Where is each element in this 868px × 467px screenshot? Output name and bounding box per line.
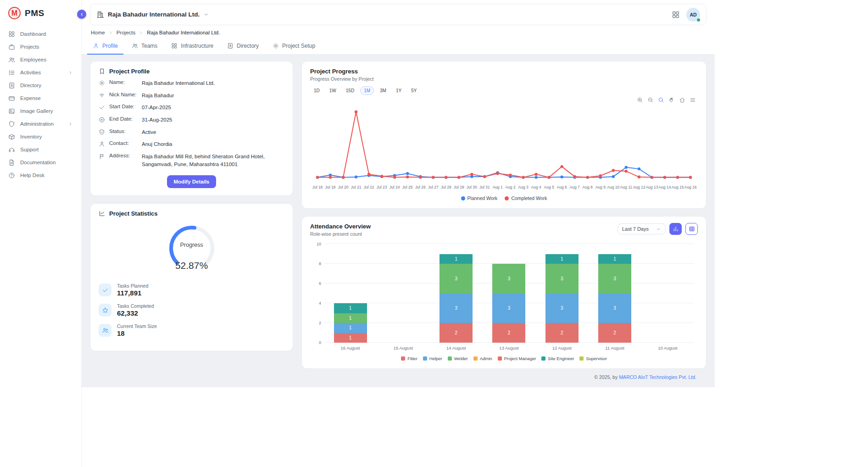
apps-grid-button[interactable]: [672, 11, 680, 19]
legend-item-site-engineer[interactable]: Site Engineer: [541, 356, 574, 361]
svg-text:Jul 19: Jul 19: [325, 185, 336, 189]
bar-segment-welder[interactable]: 3: [545, 264, 579, 294]
svg-text:Jul 18: Jul 18: [312, 185, 323, 189]
sidebar-item-projects[interactable]: Projects: [0, 40, 81, 53]
field-label: Start Date:: [109, 104, 138, 109]
tab-label: Teams: [141, 43, 157, 49]
modify-details-button[interactable]: Modify Details: [167, 175, 217, 188]
sidebar-item-dashboard[interactable]: Dashboard: [0, 28, 81, 40]
sidebar-item-documentation[interactable]: Documentation: [0, 156, 81, 169]
avatar[interactable]: AD: [686, 8, 700, 22]
footer-link[interactable]: MARCO AIoT Technologies Pvt. Ltd.: [619, 374, 696, 380]
chart-selection-zoom-button[interactable]: [658, 97, 664, 103]
tab-infrastructure[interactable]: Infrastructure: [166, 39, 219, 55]
bar-segment-welder[interactable]: 3: [598, 264, 631, 294]
bar-segment-helper[interactable]: 3: [440, 294, 473, 323]
table-view-button[interactable]: [685, 223, 698, 235]
chart-pan-button[interactable]: [668, 97, 675, 103]
legend-item-project-manager[interactable]: Project Manager: [498, 356, 536, 361]
legend-item-completed-work[interactable]: Completed Work: [505, 195, 547, 201]
legend-item-planned-work[interactable]: Planned Work: [461, 195, 498, 201]
legend-item-supervisor[interactable]: Supervisor: [579, 356, 606, 361]
profile-field-start-date: Start Date:07-Apr-2025: [99, 104, 284, 111]
tab-project-setup[interactable]: Project Setup: [267, 39, 321, 55]
tab-directory[interactable]: Directory: [222, 39, 264, 55]
bar-segment-site-engineer[interactable]: 1: [440, 254, 473, 264]
bar-chart-icon: [673, 226, 679, 232]
bar-value-label: 3: [508, 276, 511, 281]
sidebar-item-image-gallery[interactable]: Image Gallery: [0, 105, 81, 117]
tab-teams[interactable]: Teams: [126, 39, 163, 55]
range-1y-button[interactable]: 1Y: [392, 86, 405, 95]
bar-segment-helper[interactable]: 3: [545, 294, 579, 323]
range-3m-button[interactable]: 3M: [376, 86, 390, 95]
breadcrumb-item-projects[interactable]: Projects: [117, 30, 136, 35]
bar-segment-fitter[interactable]: 2: [440, 323, 473, 343]
bar-segment-welder[interactable]: 1: [334, 313, 367, 323]
breadcrumb-item-raja-bahadur-international-ltd[interactable]: Raja Bahadur International Ltd.: [147, 30, 220, 35]
tab-profile[interactable]: Profile: [87, 39, 123, 55]
attendance-x-labels: 16 August15 August14 August13 August12 A…: [324, 345, 694, 350]
attendance-chart[interactable]: 02468101111233123323312331: [324, 244, 694, 343]
sidebar-item-administration[interactable]: Administration: [0, 117, 81, 130]
sidebar-item-inventory[interactable]: Inventory: [0, 130, 81, 143]
sidebar-item-label: Dashboard: [20, 31, 73, 37]
legend-item-helper[interactable]: Helper: [423, 356, 442, 361]
content: Project Profile Name:Raja Bahadur Intern…: [82, 55, 715, 387]
app-logo[interactable]: M PMS: [0, 0, 81, 26]
svg-text:Jul 20: Jul 20: [338, 185, 349, 189]
chart-zoom-in-button[interactable]: [637, 97, 643, 103]
project-progress-title: Project Progress: [310, 68, 373, 75]
sidebar-item-expense[interactable]: Expense: [0, 92, 81, 105]
chart-menu-button[interactable]: [690, 97, 696, 103]
range-15d-button[interactable]: 15D: [342, 86, 358, 95]
stat-item-current-team-size: Current Team Size18: [99, 323, 284, 337]
bar-segment-fitter[interactable]: 2: [598, 323, 631, 343]
bar-segment-fitter[interactable]: 2: [492, 323, 525, 343]
project-progress-chart[interactable]: Jul 18Jul 19Jul 20Jul 21Jul 22Jul 23Jul …: [310, 97, 698, 194]
bar-segment-site-engineer[interactable]: 1: [545, 254, 579, 264]
chart-view-button[interactable]: [669, 223, 682, 235]
range-1w-button[interactable]: 1W: [326, 86, 340, 95]
sidebar-item-directory[interactable]: Directory: [0, 79, 81, 92]
bar-segment-helper[interactable]: 3: [492, 294, 525, 323]
bar-segment-site-engineer[interactable]: 1: [598, 254, 631, 264]
bar-segment-welder[interactable]: 3: [492, 264, 525, 294]
bar-segment-helper[interactable]: 1: [334, 323, 367, 333]
bar-segment-welder[interactable]: 3: [440, 264, 473, 294]
bar-segment-helper[interactable]: 3: [598, 294, 631, 323]
topbar: Raja Bahadur International Ltd. AD: [90, 4, 707, 25]
bar-segment-site-engineer[interactable]: 1: [334, 303, 367, 313]
help-desk-icon: [8, 172, 15, 179]
range-1m-button[interactable]: 1M: [360, 86, 374, 95]
attendance-range-select[interactable]: Last 7 Days: [618, 223, 666, 234]
svg-text:Aug 14: Aug 14: [658, 185, 671, 189]
sidebar-item-help-desk[interactable]: Help Desk: [0, 169, 81, 182]
legend-label: Project Manager: [504, 356, 536, 361]
company-switcher[interactable]: Raja Bahadur International Ltd.: [96, 11, 209, 18]
bar-column-11-august: 2331: [588, 244, 641, 343]
legend-item-fitter[interactable]: Fitter: [401, 356, 417, 361]
sidebar-item-employees[interactable]: Employees: [0, 53, 81, 66]
bar-segment-fitter[interactable]: 1: [334, 333, 367, 343]
tab-bar: ProfileTeamsInfrastructureDirectoryProje…: [82, 39, 715, 55]
stat-label: Current Team Size: [117, 323, 157, 329]
sidebar-item-support[interactable]: Support: [0, 143, 81, 156]
profile-field-end-date: End Date:31-Aug-2025: [99, 116, 284, 124]
breadcrumb-item-home[interactable]: Home: [91, 30, 105, 35]
chart-home-button[interactable]: [679, 97, 685, 103]
legend-item-welder[interactable]: Welder: [448, 356, 468, 361]
app-name: PMS: [25, 8, 45, 18]
avatar-initials: AD: [690, 12, 696, 17]
sidebar-collapse-button[interactable]: [77, 10, 86, 19]
chart-zoom-out-button[interactable]: [647, 97, 654, 103]
bar-value-label: 1: [455, 256, 457, 261]
documentation-icon: [8, 159, 15, 166]
range-5y-button[interactable]: 5Y: [407, 86, 420, 95]
range-1d-button[interactable]: 1D: [310, 86, 323, 95]
sidebar: M PMS DashboardProjectsEmployeesActiviti…: [0, 0, 82, 467]
field-label: Status:: [109, 128, 138, 134]
legend-item-admin[interactable]: Admin: [473, 356, 492, 361]
bar-segment-fitter[interactable]: 2: [545, 323, 579, 343]
sidebar-item-activities[interactable]: Activities: [0, 66, 81, 79]
